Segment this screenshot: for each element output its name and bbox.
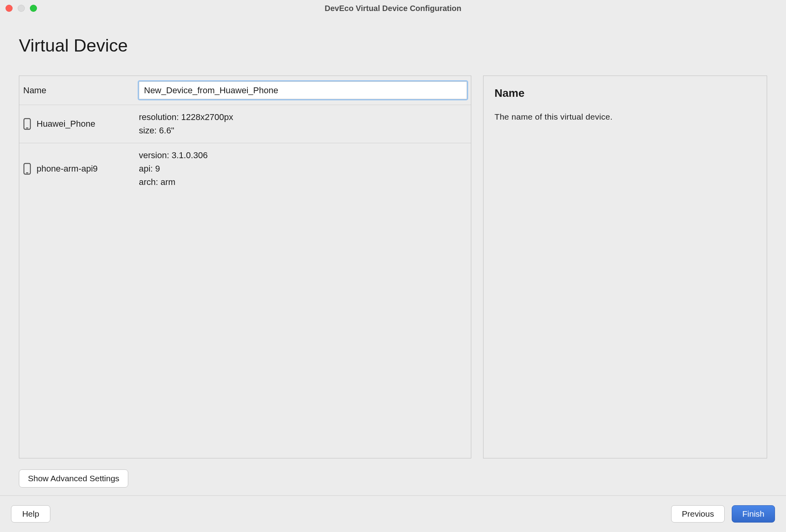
device-row: Huawei_Phone resolution: 1228x2700px siz… [19, 105, 471, 143]
device-label: Huawei_Phone [37, 119, 95, 129]
finish-button[interactable]: Finish [732, 505, 775, 523]
content-area: Virtual Device Name Huaw [0, 17, 786, 495]
maximize-icon[interactable] [30, 5, 37, 12]
close-icon[interactable] [6, 5, 13, 12]
minimize-icon [18, 5, 25, 12]
panels-row: Name Huawei_Phone resolution: 1228x2 [19, 76, 767, 458]
help-button[interactable]: Help [11, 505, 50, 523]
footer-left: Help [11, 505, 50, 523]
name-label: Name [23, 85, 139, 96]
phone-icon [23, 163, 31, 175]
device-details: resolution: 1228x2700px size: 6.6" [139, 111, 467, 137]
titlebar: DevEco Virtual Device Configuration [0, 0, 786, 17]
below-panels: Show Advanced Settings [19, 458, 767, 495]
device-name-input[interactable] [139, 81, 467, 99]
info-description: The name of this virtual device. [494, 112, 756, 122]
dialog-window: DevEco Virtual Device Configuration Virt… [0, 0, 786, 532]
name-row: Name [19, 76, 471, 105]
info-panel: Name The name of this virtual device. [483, 76, 767, 458]
config-panel: Name Huawei_Phone resolution: 1228x2 [19, 76, 471, 458]
device-row-left: phone-arm-api9 [23, 163, 139, 175]
device-row: phone-arm-api9 version: 3.1.0.306 api: 9… [19, 143, 471, 194]
window-title: DevEco Virtual Device Configuration [325, 4, 461, 13]
window-controls [6, 5, 37, 12]
dialog-footer: Help Previous Finish [0, 495, 786, 532]
previous-button[interactable]: Previous [671, 505, 725, 523]
info-title: Name [494, 87, 756, 100]
footer-right: Previous Finish [671, 505, 775, 523]
show-advanced-settings-button[interactable]: Show Advanced Settings [19, 469, 128, 488]
device-row-left: Huawei_Phone [23, 118, 139, 130]
page-title: Virtual Device [19, 35, 767, 56]
phone-icon [23, 118, 31, 130]
device-details: version: 3.1.0.306 api: 9 arch: arm [139, 149, 467, 189]
device-label: phone-arm-api9 [37, 164, 98, 174]
